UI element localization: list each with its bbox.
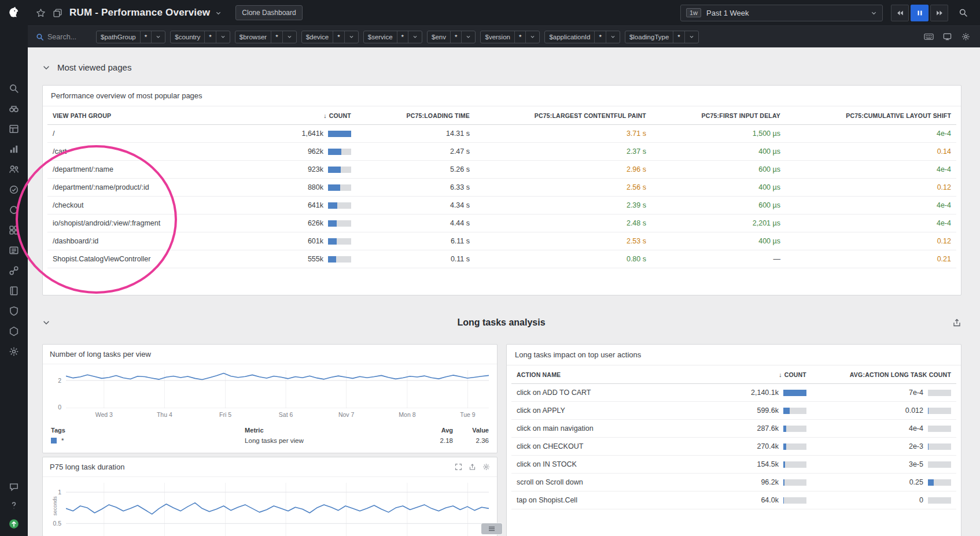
forward-button[interactable] xyxy=(930,5,948,21)
apm-icon[interactable] xyxy=(9,265,19,276)
table-row[interactable]: /checkout 641k 4.34 s 2.39 s 600 µs 4e-4 xyxy=(47,197,956,215)
status-icon[interactable] xyxy=(9,519,19,529)
variable-value: * xyxy=(204,31,215,43)
col-avg-long-task-count[interactable]: AVG:ACTION LONG TASK COUNT xyxy=(812,371,956,378)
count-cell: 923k xyxy=(252,165,356,173)
zoom-search-icon[interactable] xyxy=(956,5,971,20)
dashboards-icon[interactable] xyxy=(9,124,19,134)
collapse-chevron-icon[interactable] xyxy=(42,319,50,327)
metrics-icon[interactable] xyxy=(9,144,19,154)
search-box[interactable] xyxy=(36,33,87,41)
help-icon[interactable] xyxy=(9,500,19,511)
legend-item[interactable]: * xyxy=(51,435,245,446)
chevron-down-icon xyxy=(282,31,296,43)
template-variable-pill[interactable]: $loadingType * xyxy=(625,31,699,43)
template-variable-pill[interactable]: $pathGroup * xyxy=(96,31,165,43)
p75-chart-area[interactable]: seconds 1 0.5 xyxy=(66,483,489,536)
avg-cell: 7e-4 xyxy=(812,389,956,397)
col-count[interactable]: ↓ COUNT xyxy=(252,112,356,119)
synthetics-icon[interactable] xyxy=(9,184,19,195)
col-count[interactable]: ↓ COUNT xyxy=(687,371,812,378)
infrastructure-icon[interactable] xyxy=(9,225,19,235)
view-path-group: io/shopist/android/:view/:fragment xyxy=(47,219,252,227)
time-range-select[interactable]: 1w Past 1 Week xyxy=(680,5,883,21)
table-row[interactable]: io/shopist/android/:view/:fragment 626k … xyxy=(47,215,956,232)
collapse-chevron-icon[interactable] xyxy=(42,64,50,72)
dashboard-title[interactable]: RUM - Performance Overview xyxy=(69,7,222,19)
widget-title: Performance overview of most popular pag… xyxy=(43,86,961,106)
template-variable-pill[interactable]: $applicationId * xyxy=(544,31,620,43)
table-row[interactable]: Shopist.CatalogViewController 555k 0.11 … xyxy=(47,250,956,268)
legend-header-value: Value xyxy=(453,424,489,435)
section-title: Long tasks analysis xyxy=(50,317,952,328)
tasks-line-chart[interactable] xyxy=(66,370,489,408)
table-row[interactable]: /department/:name 923k 5.26 s 2.96 s 600… xyxy=(47,161,956,179)
count-cell: 2,140.1k xyxy=(687,389,812,397)
watchdog-icon[interactable] xyxy=(9,103,19,114)
col-lcp[interactable]: PC75:LARGEST CONTENTFUL PAINT xyxy=(475,112,651,119)
export-section-icon[interactable] xyxy=(952,318,961,327)
table-row[interactable]: scroll on Scroll down 96.2k 0.25 xyxy=(511,474,956,491)
integrations-icon[interactable] xyxy=(9,326,19,337)
tasks-chart-area[interactable]: 2 0 xyxy=(66,370,489,408)
chevron-down-icon xyxy=(215,10,222,16)
tasks-per-view-widget: Number of long tasks per view 2 0 Wed 3T… xyxy=(42,344,498,453)
table-row[interactable]: /cart 962k 2.47 s 2.37 s 400 µs 0.14 xyxy=(47,143,956,161)
table-row[interactable]: / 1,641k 14.31 s 3.71 s 1,500 µs 4e-4 xyxy=(47,125,956,143)
template-variable-pill[interactable]: $country * xyxy=(170,31,230,43)
sort-desc-icon: ↓ xyxy=(779,371,782,378)
clone-dashboard-button[interactable]: Clone Dashboard xyxy=(235,5,302,20)
rewind-button[interactable] xyxy=(891,5,909,21)
favorite-star-icon[interactable] xyxy=(36,8,46,18)
template-variable-pill[interactable]: $device * xyxy=(301,31,359,43)
count-cell: 555k xyxy=(252,255,356,263)
security-icon[interactable] xyxy=(9,306,19,316)
chat-icon[interactable] xyxy=(9,482,19,492)
template-variable-pill[interactable]: $browser * xyxy=(235,31,297,43)
resize-handle[interactable] xyxy=(481,523,502,534)
keyboard-shortcuts-icon[interactable] xyxy=(924,32,934,41)
x-axis-label: Tue 9 xyxy=(460,411,475,418)
x-axis-label: Nov 7 xyxy=(338,411,354,418)
expand-icon[interactable] xyxy=(455,463,462,471)
long-tasks-widgets-row: Number of long tasks per view 2 0 Wed 3T… xyxy=(42,344,961,536)
variable-name: $country xyxy=(171,31,204,43)
search-icon[interactable] xyxy=(9,83,19,94)
ux-monitoring-icon[interactable] xyxy=(9,164,19,175)
col-cls[interactable]: PC75:CUMULATIVE LAYOUT SHIFT xyxy=(786,112,956,119)
pause-button[interactable] xyxy=(911,5,929,21)
template-variable-pill[interactable]: $service * xyxy=(363,31,422,43)
settings-icon[interactable] xyxy=(9,346,19,357)
col-fid[interactable]: PC75:FIRST INPUT DELAY xyxy=(651,112,786,119)
table-row[interactable]: click on IN STOCK 154.5k 3e-5 xyxy=(511,456,956,474)
template-variable-pill[interactable]: $version * xyxy=(480,31,540,43)
view-path-group: /dashboard/:id xyxy=(47,237,252,245)
export-icon[interactable] xyxy=(469,463,476,471)
count-value: 880k xyxy=(308,183,323,191)
table-row[interactable]: click on ADD TO CART 2,140.1k 7e-4 xyxy=(511,384,956,402)
table-row[interactable]: tap on Shopist.Cell 64.0k 0 xyxy=(511,491,956,509)
col-loading-time[interactable]: PC75:LOADING TIME xyxy=(356,112,475,119)
avg-value: 0.25 xyxy=(909,478,923,486)
gear-icon[interactable] xyxy=(482,463,490,471)
table-row[interactable]: /dashboard/:id 601k 6.11 s 2.53 s 400 µs… xyxy=(47,232,956,250)
settings-gear-icon[interactable] xyxy=(961,32,971,41)
datadog-logo[interactable] xyxy=(0,0,28,25)
table-row[interactable]: click on CHECKOUT 270.4k 2e-3 xyxy=(511,438,956,456)
dashboard-boards-icon[interactable] xyxy=(53,8,62,18)
notebooks-icon[interactable] xyxy=(9,286,19,296)
view-path-group: /department/:name xyxy=(47,165,252,173)
template-variable-pill[interactable]: $env * xyxy=(427,31,476,43)
table-row[interactable]: click on main navigation 287.6k 4e-4 xyxy=(511,420,956,438)
search-input[interactable] xyxy=(47,33,87,41)
table-row[interactable]: /department/:name/product/:id 880k 6.33 … xyxy=(47,179,956,197)
loading-time-value: 2.47 s xyxy=(356,147,475,156)
ci-pipelines-icon[interactable] xyxy=(9,205,19,215)
col-action-name[interactable]: ACTION NAME xyxy=(511,371,687,378)
logs-icon[interactable] xyxy=(9,245,19,256)
p75-line-chart[interactable] xyxy=(66,483,489,536)
count-bar xyxy=(328,184,351,191)
col-view-path-group[interactable]: VIEW PATH GROUP xyxy=(47,112,252,119)
tv-mode-icon[interactable] xyxy=(942,32,952,41)
table-row[interactable]: click on APPLY 599.6k 0.012 xyxy=(511,402,956,420)
